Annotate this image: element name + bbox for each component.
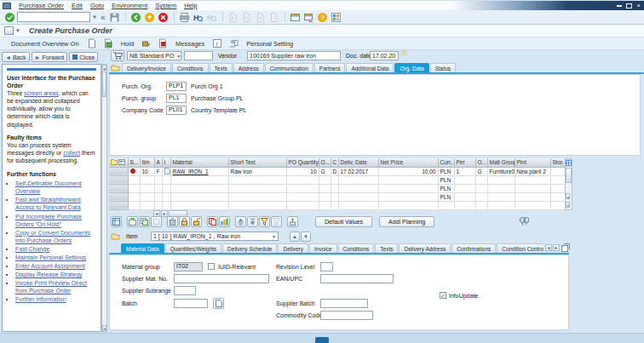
- grid-settings-icon[interactable]: [566, 159, 572, 167]
- po-qty-cell[interactable]: 10: [286, 167, 319, 175]
- person-icon[interactable]: [227, 37, 239, 49]
- grid-v-scrollbar[interactable]: ▲ ▼: [565, 158, 572, 210]
- collect-link[interactable]: collect: [63, 150, 80, 156]
- company-code-field[interactable]: PL01: [166, 106, 187, 115]
- col-header-oun[interactable]: O...: [319, 158, 331, 167]
- help-link[interactable]: Enter Account Assignment: [15, 263, 85, 269]
- sort-asc-icon[interactable]: [235, 216, 246, 227]
- default-values-button[interactable]: Default Values: [315, 216, 372, 227]
- plnt-cell[interactable]: New plant 2: [515, 167, 550, 175]
- col-header-po-quantity[interactable]: PO Quantity: [286, 158, 319, 167]
- scroll-up-icon[interactable]: ▲: [102, 65, 106, 71]
- table-row[interactable]: 10 F RAW_IRON_1 Raw iron 10 G D 17.02.20…: [109, 167, 565, 175]
- opu-cell[interactable]: G: [475, 167, 487, 175]
- transaction-menu-icon[interactable]: [4, 26, 14, 35]
- tab-delivery[interactable]: Delivery: [278, 243, 308, 253]
- import-icon[interactable]: [287, 216, 298, 227]
- vendor-field[interactable]: [247, 51, 341, 60]
- delete-row-icon[interactable]: [167, 216, 178, 227]
- tab-condition-control[interactable]: Condition Control: [497, 243, 543, 253]
- tab-delivery-schedule[interactable]: Delivery Schedule: [222, 243, 277, 253]
- short-text-cell[interactable]: Raw iron: [228, 167, 286, 175]
- tab-additional-data[interactable]: Additional Data: [346, 63, 394, 72]
- system-menu-icon[interactable]: [3, 3, 11, 9]
- curr-cell[interactable]: PLN: [438, 167, 454, 175]
- col-header-plnt[interactable]: Plnt: [515, 158, 550, 167]
- scroll-down-icon[interactable]: ▼: [102, 325, 106, 331]
- menu-system[interactable]: System: [155, 2, 176, 9]
- cancel-icon[interactable]: [158, 11, 170, 23]
- help-forward-button[interactable]: ►Forward: [32, 52, 68, 62]
- c-cell[interactable]: D: [331, 167, 338, 175]
- col-header-status[interactable]: S...: [128, 158, 140, 167]
- tab-material-data[interactable]: Material Data: [121, 243, 164, 253]
- next-item-button[interactable]: ▼: [301, 232, 311, 242]
- help-link[interactable]: Self-Definable Document Overview: [15, 180, 82, 194]
- ean-upc-field[interactable]: [320, 274, 394, 283]
- oun-cell[interactable]: G: [319, 167, 331, 175]
- tab-conditions[interactable]: Conditions: [172, 63, 209, 72]
- messages-button[interactable]: Messages: [173, 40, 207, 48]
- iuid-checkbox[interactable]: [208, 263, 215, 270]
- command-dropdown-icon[interactable]: ▼: [92, 14, 97, 20]
- sap-taskbar-icon[interactable]: [315, 337, 329, 343]
- doc-date-field[interactable]: [370, 51, 399, 60]
- tab-delivery-invoice[interactable]: Delivery/Invoice: [122, 63, 171, 72]
- messages-log-icon[interactable]: [157, 37, 169, 49]
- curr-cell[interactable]: PLN: [438, 184, 454, 192]
- help-back-button[interactable]: ◄Back: [2, 52, 30, 62]
- customize-layout-icon[interactable]: [331, 11, 342, 23]
- batch-field[interactable]: [174, 299, 208, 308]
- previous-item-button[interactable]: ▲: [290, 232, 300, 242]
- help-link[interactable]: Maintain Personal Settings: [15, 254, 86, 260]
- supplier-subrange-field[interactable]: [174, 286, 196, 295]
- copy-item-icon[interactable]: [207, 216, 218, 227]
- scroll-down-icon[interactable]: ▼: [566, 202, 570, 208]
- col-header-opu[interactable]: O...: [475, 158, 487, 167]
- tab-communication[interactable]: Communication: [265, 63, 313, 72]
- help-link[interactable]: Copy or Convert Documents into Purchase …: [15, 230, 90, 243]
- restore-icon[interactable]: [626, 3, 632, 9]
- itemcat-cell[interactable]: [162, 167, 170, 175]
- help-scrollbar[interactable]: ▲ ▼: [101, 64, 107, 332]
- tab-address[interactable]: Address: [233, 63, 264, 72]
- row-selector[interactable]: [109, 184, 128, 192]
- tab-partners[interactable]: Partners: [314, 63, 346, 72]
- row-selector[interactable]: [109, 201, 128, 209]
- enter-icon[interactable]: [3, 11, 15, 23]
- matl-group-cell[interactable]: Furniture02: [487, 167, 515, 175]
- infoupdate-checkbox[interactable]: ✓: [440, 292, 446, 299]
- copy-row-icon[interactable]: [139, 216, 150, 227]
- acct-cell[interactable]: F: [154, 167, 162, 175]
- help-icon[interactable]: ?: [317, 11, 329, 23]
- new-session-icon[interactable]: [290, 11, 302, 23]
- help-link[interactable]: Invoke Print Preview Direct from Purchas…: [15, 280, 87, 294]
- check-document-icon[interactable]: [141, 37, 152, 49]
- row-selector[interactable]: [109, 167, 128, 175]
- col-header-acct[interactable]: A: [154, 158, 162, 167]
- screen-areas-link[interactable]: screen areas: [24, 90, 58, 96]
- tab-status[interactable]: Status: [430, 63, 456, 72]
- col-header-matl-group[interactable]: Matl Group: [487, 158, 515, 167]
- collapse-item-icon[interactable]: [111, 232, 120, 243]
- per-cell[interactable]: 1: [454, 167, 475, 175]
- tab-texts-item[interactable]: Texts: [375, 243, 398, 253]
- table-row[interactable]: PLN: [109, 192, 565, 201]
- graphic-icon[interactable]: [219, 216, 230, 227]
- tab-confirmations[interactable]: Confirmations: [451, 243, 496, 253]
- item-select[interactable]: 1 [ 10 ] RAW_IRON_1 , Raw iron▼: [151, 232, 279, 241]
- col-header-itm[interactable]: Itm: [140, 158, 154, 167]
- shopping-cart-icon[interactable]: [111, 50, 124, 61]
- information-icon[interactable]: i: [211, 37, 223, 49]
- help-link[interactable]: Display Release Strategy: [15, 272, 83, 277]
- net-price-cell[interactable]: 10,00: [378, 167, 438, 175]
- document-overview-button[interactable]: Document Overview On: [9, 40, 82, 48]
- print-icon[interactable]: [179, 11, 191, 23]
- create-batch-icon[interactable]: [213, 298, 224, 309]
- col-header-curr[interactable]: Curr...: [438, 158, 454, 167]
- row-selector[interactable]: [109, 192, 128, 201]
- create-shortcut-icon[interactable]: [303, 11, 315, 23]
- itm-cell[interactable]: 10: [140, 167, 154, 175]
- table-row[interactable]: PLN: [109, 184, 565, 192]
- personal-setting-loupe-icon[interactable]: [518, 215, 530, 227]
